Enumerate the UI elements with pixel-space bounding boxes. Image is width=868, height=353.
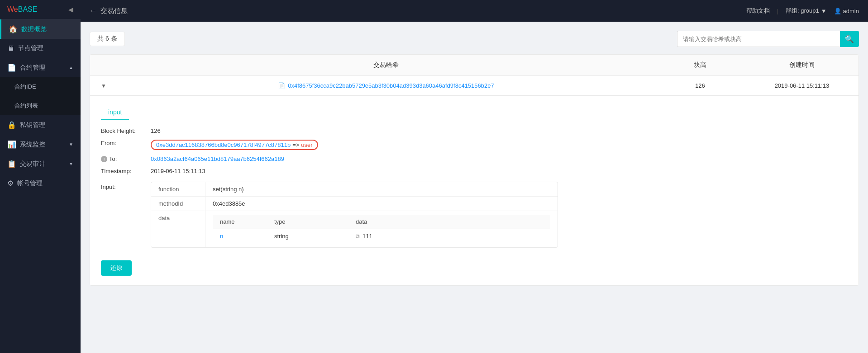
input-function-row: function set(string n) <box>151 182 558 197</box>
input-data-row: data name type data <box>151 211 558 247</box>
copy-icon[interactable]: ⧉ <box>356 233 360 240</box>
user-icon: 👤 <box>834 8 841 14</box>
input-detail-table: function set(string n) methodId 0x4ed388… <box>151 182 558 248</box>
field-to: i To: 0x0863a2acf64a065e11bd8179aa7b6254… <box>101 155 848 162</box>
chevron-down-icon: ▼ <box>69 142 73 147</box>
sidebar-item-contract-management[interactable]: 📄 合约管理 ▲ <box>0 58 81 77</box>
page-title: 交易信息 <box>100 7 128 15</box>
methodid-key: methodId <box>151 197 205 211</box>
to-label: i To: <box>101 155 151 162</box>
sidebar-item-tx-audit[interactable]: 📋 交易审计 ▼ <box>0 154 81 174</box>
sidebar-item-system-monitor[interactable]: 📊 系统监控 ▼ <box>0 135 81 154</box>
lock-icon: 🔒 <box>7 121 16 129</box>
tab-input[interactable]: input <box>101 105 129 120</box>
expand-cell: ▼ <box>90 76 117 95</box>
block-height-value: 126 <box>151 127 848 134</box>
collapse-icon[interactable]: ◀ <box>68 6 73 13</box>
top-bar: 共 6 条 🔍 <box>90 31 859 47</box>
from-name: user <box>301 141 312 148</box>
table-row: ▼ 📄 0x4f8675f36cca9c22bab5729e5ab3f30b04… <box>90 76 858 285</box>
logo-base: BASE <box>18 5 38 13</box>
audit-icon: 📋 <box>7 160 16 168</box>
from-value: 0xe3dd7ac116838766bd8e0c967178f4977c8781… <box>151 140 848 150</box>
group-label: 群组: group1 <box>786 7 819 15</box>
col-created-time: 创建时间 <box>745 55 858 75</box>
table-header: 交易哈希 块高 创建时间 <box>90 55 858 76</box>
contract-submenu: 合约IDE 合约列表 <box>0 77 81 115</box>
sidebar-item-account-management[interactable]: ⚙ 帐号管理 <box>0 174 81 193</box>
data-val: name type data n string <box>205 211 558 247</box>
header: ← 交易信息 帮助文档 | 群组: group1 ▼ 👤 admin <box>81 0 868 22</box>
sidebar-item-data-overview[interactable]: 🏠 数据概览 <box>0 19 81 39</box>
tx-hash[interactable]: 0x4f8675f36cca9c22bab5729e5ab3f30b04ad39… <box>288 82 494 89</box>
field-input: Input: function set(string n) methodId <box>101 180 848 248</box>
data-table-row: n string ⧉ 111 <box>213 229 550 243</box>
restore-button[interactable]: 还原 <box>101 260 132 276</box>
input-methodid-row: methodId 0x4ed3885e <box>151 197 558 211</box>
sidebar-item-contract-list[interactable]: 合约列表 <box>0 96 81 115</box>
function-key: function <box>151 182 205 196</box>
data-col-data: data <box>348 215 439 229</box>
sidebar: WeBASE ◀ 🏠 数据概览 🖥 节点管理 📄 合约管理 ▲ 合约IDE 合约… <box>0 0 81 353</box>
input-value: function set(string n) methodId 0x4ed388… <box>151 180 848 248</box>
header-right: 帮助文档 | 群组: group1 ▼ 👤 admin <box>746 7 859 15</box>
data-data-cell: ⧉ 111 <box>348 229 439 243</box>
node-icon: 🖥 <box>7 44 14 52</box>
col-expand <box>90 55 117 75</box>
sidebar-item-label: 系统监控 <box>20 141 45 149</box>
sidebar-item-label: 合约IDE <box>14 83 36 91</box>
sidebar-item-label: 合约管理 <box>20 64 45 72</box>
sidebar-item-label: 交易审计 <box>20 160 45 168</box>
sidebar-item-private-key[interactable]: 🔒 私钥管理 <box>0 115 81 135</box>
user-info[interactable]: 👤 admin <box>834 8 859 14</box>
data-key: data <box>151 211 205 247</box>
hash-cell: 📄 0x4f8675f36cca9c22bab5729e5ab3f30b04ad… <box>117 76 655 95</box>
file-icon: 📄 <box>278 82 285 89</box>
methodid-val: 0x4ed3885e <box>205 197 558 211</box>
field-block-height: Block Height: 126 <box>101 127 848 134</box>
info-icon[interactable]: i <box>101 156 107 162</box>
sidebar-item-label: 数据概览 <box>21 25 47 33</box>
main-area: ← 交易信息 帮助文档 | 群组: group1 ▼ 👤 admin 共 6 条… <box>81 0 868 353</box>
tab-bar: input <box>101 105 848 120</box>
data-type-cell: string <box>267 229 348 243</box>
search-button[interactable]: 🔍 <box>840 31 859 47</box>
detail-fields: Block Height: 126 From: 0xe3dd7ac1168387… <box>101 127 848 248</box>
field-timestamp: Timestamp: 2019-06-11 15:11:13 <box>101 168 848 174</box>
total-count: 共 6 条 <box>90 32 125 46</box>
gear-icon: ⚙ <box>7 179 14 188</box>
sidebar-item-label: 节点管理 <box>18 44 43 52</box>
header-left: ← 交易信息 <box>90 7 128 15</box>
sidebar-item-node-management[interactable]: 🖥 节点管理 <box>0 39 81 58</box>
from-hash[interactable]: 0xe3dd7ac116838766bd8e0c967178f4977c8781… <box>156 141 291 148</box>
search-bar: 🔍 <box>677 31 859 47</box>
from-label: From: <box>101 140 151 146</box>
logo-we: We <box>7 5 18 13</box>
timestamp-value: 2019-06-11 15:11:13 <box>151 168 848 174</box>
sidebar-item-label: 私钥管理 <box>20 121 45 129</box>
data-col-type: type <box>267 215 348 229</box>
page-content: 共 6 条 🔍 交易哈希 块高 创建时间 ▼ 📄 <box>81 22 868 353</box>
created-time-cell: 2019-06-11 15:11:13 <box>745 76 858 95</box>
to-value[interactable]: 0x0863a2acf64a065e11bd8179aa7b6254f662a1… <box>151 155 848 162</box>
data-table-header: name type data <box>213 215 550 229</box>
sidebar-item-label: 合约列表 <box>14 102 38 110</box>
function-val: set(string n) <box>205 182 558 196</box>
data-data-value: 111 <box>362 233 372 240</box>
home-icon: 🏠 <box>9 25 18 33</box>
divider: | <box>777 8 778 14</box>
logo-area: WeBASE ◀ <box>0 0 81 19</box>
sidebar-item-contract-ide[interactable]: 合约IDE <box>0 77 81 96</box>
search-input[interactable] <box>677 31 840 47</box>
detail-panel: input Block Height: 126 From: <box>90 95 858 285</box>
group-info[interactable]: 群组: group1 ▼ <box>786 7 827 15</box>
table-row-main: ▼ 📄 0x4f8675f36cca9c22bab5729e5ab3f30b04… <box>90 76 858 95</box>
back-icon[interactable]: ← <box>90 7 97 15</box>
expand-button[interactable]: ▼ <box>101 83 106 89</box>
sidebar-item-label: 帐号管理 <box>17 179 43 188</box>
contract-icon: 📄 <box>7 63 16 72</box>
chevron-up-icon: ▲ <box>69 65 73 70</box>
block-height-label: Block Height: <box>101 127 151 134</box>
data-col-name: name <box>213 215 267 229</box>
help-doc-link[interactable]: 帮助文档 <box>746 7 770 15</box>
